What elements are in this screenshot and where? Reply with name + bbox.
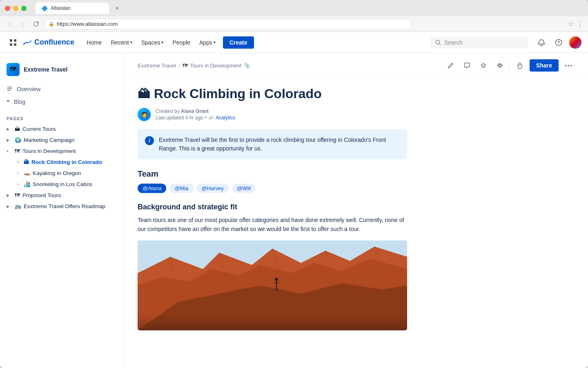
marketing-chevron: ▶: [7, 138, 12, 142]
nav-apps[interactable]: Apps ▾: [195, 37, 220, 48]
page-item-marketing[interactable]: ▶ 🌍 Marketing Campaign: [0, 135, 124, 146]
author-avatar: 👩: [138, 108, 151, 121]
sidebar-item-overview[interactable]: Overview: [0, 83, 124, 96]
star-icon[interactable]: [477, 59, 490, 72]
forward-button[interactable]: [18, 19, 28, 29]
tab-bar: 🔷 Atlassian +: [36, 2, 583, 14]
roadmap-chevron: ▶: [7, 204, 12, 209]
app-content: Confluence Home Recent ▾ Spaces ▾ People: [0, 32, 588, 368]
active-tab[interactable]: 🔷 Atlassian: [36, 2, 109, 14]
page-title-text: Rock Climbing in Colorado: [154, 86, 322, 101]
share-button[interactable]: Share: [530, 59, 559, 72]
sidebar-space-header: 🗺 Exxtreme Travel: [0, 60, 124, 83]
nav-recent[interactable]: Recent ▾: [107, 37, 136, 48]
maximize-button[interactable]: [21, 6, 27, 11]
rock-climbing-label: Rock Climbing in Colorado: [31, 159, 102, 165]
space-icon: 🗺: [7, 63, 20, 76]
meta-created: Created by Alana Grant: [156, 108, 235, 114]
sidebar-item-blog[interactable]: ❝ Blog: [0, 96, 124, 108]
more-options-button[interactable]: [562, 59, 575, 72]
svg-point-14: [568, 65, 569, 66]
proposed-chevron: ▶: [7, 193, 12, 197]
team-section: Team @Alana @Mia @Harvey @Will: [138, 169, 575, 193]
restrictions-icon[interactable]: [513, 59, 526, 72]
page-item-proposed[interactable]: ▶ 🗺 Proposed Tours: [0, 190, 124, 201]
breadcrumb-bar: Exxtreme Travel / 🗺 Tours in Development…: [125, 53, 588, 76]
confluence-logo[interactable]: Confluence: [23, 38, 74, 47]
address-bar: 🔒 https://www.atlassian.com ☆ ⋮: [0, 16, 588, 32]
top-nav: Confluence Home Recent ▾ Spaces ▾ People: [0, 32, 588, 53]
overview-icon: [7, 85, 13, 93]
lock-icon: 🔒: [49, 21, 54, 27]
svg-point-15: [570, 65, 572, 66]
create-button[interactable]: Create: [223, 36, 254, 49]
roadmap-label: Exxtreme Travel Offers Roadmap: [24, 203, 105, 209]
team-member-will[interactable]: @Will: [232, 184, 256, 193]
breadcrumb-current-page: 🗺 Tours in Development: [183, 63, 242, 69]
url-bar[interactable]: 🔒 https://www.atlassian.com: [44, 19, 412, 29]
nav-links: Home Recent ▾ Spaces ▾ People Apps ▾: [82, 37, 220, 48]
edit-icon[interactable]: [444, 59, 457, 72]
breadcrumb-page-emoji: 🗺: [183, 63, 188, 69]
address-actions: ☆ ⋮: [568, 20, 583, 28]
marketing-label: Marketing Campaign: [24, 137, 75, 143]
proposed-label: Proposed Tours: [22, 192, 61, 198]
overview-label: Overview: [17, 86, 40, 92]
page-item-kayaking[interactable]: • 🛶 Kayaking in Oregon: [0, 168, 124, 179]
back-button[interactable]: [5, 19, 15, 29]
url-text: https://www.atlassian.com: [57, 21, 118, 27]
new-tab-button[interactable]: +: [111, 2, 123, 14]
team-member-harvey[interactable]: @Harvey: [197, 184, 229, 193]
traffic-lights: [5, 6, 27, 11]
svg-point-13: [565, 65, 566, 66]
tours-dev-chevron: ▾: [7, 149, 12, 153]
content-area: Exxtreme Travel / 🗺 Tours in Development…: [125, 53, 588, 368]
svg-rect-0: [10, 39, 12, 42]
svg-rect-1: [14, 39, 16, 42]
breadcrumb-page-link[interactable]: Tours in Development: [190, 63, 242, 69]
page-item-tours-dev[interactable]: ▾ 🗺 Tours in Development: [0, 146, 124, 157]
pages-section: PAGES ▶ 🏔 Current Tours ▶ 🌍 Marketing Ca…: [0, 113, 124, 212]
watch-icon[interactable]: [493, 59, 506, 72]
help-icon[interactable]: ?: [552, 36, 565, 49]
bookmark-icon[interactable]: ☆: [568, 20, 573, 28]
page-item-roadmap[interactable]: ▶ 🚌 Exxtreme Travel Offers Roadmap: [0, 201, 124, 212]
nav-actions: ?: [535, 36, 581, 49]
svg-rect-31: [138, 314, 407, 330]
grid-icon[interactable]: [7, 36, 20, 49]
analytics-link[interactable]: Analytics: [216, 115, 235, 121]
bg-section: Background and strategic fit Team tours …: [138, 203, 575, 234]
breadcrumb-space[interactable]: Exxtreme Travel: [138, 63, 176, 69]
nav-spaces[interactable]: Spaces ▾: [137, 37, 168, 48]
content-actions: Share: [444, 59, 575, 72]
svg-rect-3: [14, 43, 16, 46]
page-title: 🏔 Rock Climbing in Colorado: [138, 86, 575, 101]
svg-point-11: [499, 65, 501, 67]
comment-icon[interactable]: [461, 59, 474, 72]
team-member-alana[interactable]: @Alana: [138, 184, 166, 193]
page-item-snorkeling[interactable]: • 🏄 Snorkeling in Los Cabos: [0, 179, 124, 190]
user-avatar[interactable]: [569, 36, 581, 49]
team-row: @Alana @Mia @Harvey @Will: [138, 184, 575, 193]
action-divider: [510, 61, 510, 70]
browser-menu-icon[interactable]: ⋮: [577, 20, 583, 28]
page-item-rock-climbing[interactable]: • 🏔 Rock Climbing in Colorado: [0, 157, 124, 168]
title-bar: 🔷 Atlassian +: [0, 0, 588, 16]
svg-point-26: [275, 278, 278, 281]
nav-people[interactable]: People: [168, 37, 194, 48]
meta-updated: Last updated 4 hr ago • Analytics: [156, 115, 235, 121]
blog-icon: ❝: [7, 99, 10, 105]
kayaking-label: Kayaking in Oregon: [33, 170, 81, 176]
blog-label: Blog: [14, 99, 25, 105]
close-button[interactable]: [5, 6, 10, 11]
nav-home[interactable]: Home: [82, 37, 106, 48]
page-item-current-tours[interactable]: ▶ 🏔 Current Tours: [0, 123, 124, 135]
notifications-icon[interactable]: [535, 36, 548, 49]
bg-text: Team tours are one of our most popular o…: [138, 215, 407, 234]
team-member-mia[interactable]: @Mia: [169, 184, 193, 193]
minimize-button[interactable]: [13, 6, 18, 11]
main-layout: 🗺 Exxtreme Travel Overview ❝ Blog PAGES: [0, 53, 588, 368]
svg-text:?: ?: [557, 40, 560, 45]
refresh-button[interactable]: [31, 19, 41, 29]
search-bar[interactable]: Search: [430, 37, 528, 48]
